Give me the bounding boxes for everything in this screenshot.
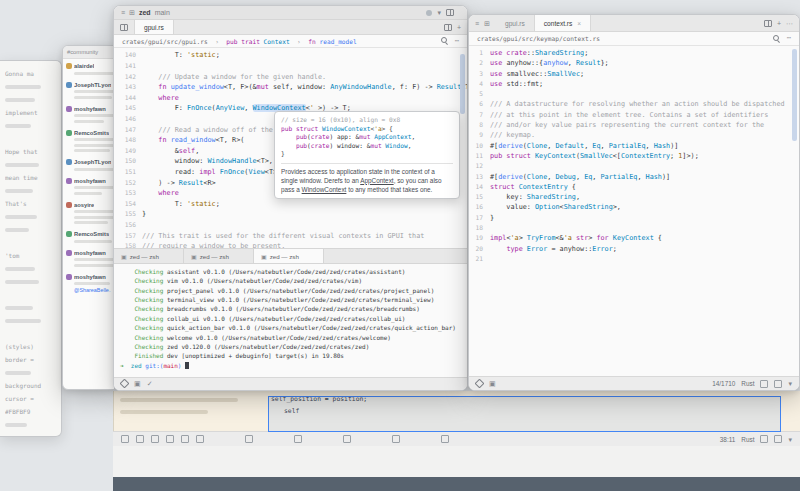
- screen-share-icon[interactable]: [446, 9, 454, 16]
- code-line[interactable]: 12: [469, 161, 799, 171]
- tab-context-rs[interactable]: context.rs ×: [534, 15, 591, 31]
- terminal-line[interactable]: Checking terminal_view v0.1.0 (/Users/na…: [120, 295, 461, 304]
- code-line[interactable]: 157/// This trait is used for the differ…: [114, 231, 467, 242]
- background-text-line[interactable]: [5, 301, 56, 314]
- toolbar-icon[interactable]: [121, 435, 129, 443]
- chat-message[interactable]: moshyfawn@ShareaBelle…: [66, 274, 111, 294]
- code-line[interactable]: 155}: [114, 209, 467, 220]
- chevron-down-icon[interactable]: ▾: [788, 436, 792, 443]
- chevron-down-icon[interactable]: ▾: [788, 380, 792, 387]
- code-line[interactable]: 13#[derive(Clone, Debug, Eq, PartialEq, …: [469, 172, 799, 182]
- popup-code-line[interactable]: pub(crate) window: &mut Window,: [281, 142, 453, 151]
- user-avatar[interactable]: [426, 10, 432, 16]
- more-icon[interactable]: ⋯: [786, 20, 793, 27]
- background-text-line[interactable]: implement: [5, 106, 56, 119]
- editor-context-rs[interactable]: 1use crate::SharedString;2use anyhow::{a…: [469, 46, 799, 368]
- background-text-line[interactable]: Hope that: [5, 145, 56, 158]
- chat-message[interactable]: moshyfawn: [66, 178, 111, 195]
- code-line[interactable]: 144 where: [114, 93, 467, 104]
- terminal-line[interactable]: Checking assistant v0.1.0 (/Users/natebu…: [120, 267, 461, 276]
- grid-icon[interactable]: ⊞: [484, 20, 490, 27]
- popup-code-line[interactable]: pub(crate) app: &mut AppContext,: [281, 133, 453, 142]
- code-line[interactable]: 141: [114, 61, 467, 72]
- terminal-line[interactable]: Checking quick_action_bar v0.1.0 (/Users…: [120, 323, 461, 332]
- zed-logo-icon[interactable]: [475, 379, 485, 389]
- code-line[interactable]: 140 T: 'static;: [114, 50, 467, 61]
- toolbar-icon[interactable]: [294, 435, 302, 443]
- background-text-line[interactable]: [5, 119, 56, 132]
- status-icon[interactable]: [760, 435, 768, 443]
- code-line[interactable]: 142 /// Update a window for the given ha…: [114, 72, 467, 83]
- background-text-line[interactable]: That's: [5, 197, 56, 210]
- terminal-line[interactable]: Checking vim v0.1.0 (/Users/natebutler/C…: [120, 276, 461, 285]
- popup-code-line[interactable]: }: [281, 150, 453, 159]
- code-line[interactable]: 4use std::fmt;: [469, 79, 799, 89]
- background-text-line[interactable]: Gonna ma: [5, 67, 56, 80]
- background-text-line[interactable]: [5, 314, 56, 327]
- new-tab-icon[interactable]: +: [777, 20, 781, 27]
- toolbar-icon[interactable]: [245, 435, 253, 443]
- project-panel-toggle-icon[interactable]: [120, 24, 128, 31]
- chat-message[interactable]: RemcoSmits: [66, 231, 111, 243]
- background-text-line[interactable]: [5, 418, 56, 431]
- terminal-output[interactable]: Checking assistant v0.1.0 (/Users/natebu…: [114, 264, 467, 377]
- terminal-toggle-icon[interactable]: ▣: [134, 380, 141, 387]
- code-line[interactable]: 3use smallvec::SmallVec;: [469, 69, 799, 79]
- chat-message[interactable]: alairdel: [66, 63, 111, 75]
- more-icon[interactable]: ⋯: [787, 35, 791, 42]
- language-selector[interactable]: Rust: [741, 380, 754, 387]
- language-selector[interactable]: Rust: [741, 436, 754, 443]
- background-text-line[interactable]: [5, 223, 56, 236]
- breadcrumb[interactable]: crates/gpui/src/keymap/context.rs ⋯: [469, 32, 799, 46]
- background-text-line[interactable]: [5, 327, 56, 340]
- cursor-position[interactable]: 38:11: [720, 436, 736, 443]
- chat-message[interactable]: RemcoSmits: [66, 130, 111, 153]
- grid-icon[interactable]: ⊞: [129, 9, 135, 16]
- selection-rectangle[interactable]: [268, 396, 781, 432]
- editor-scrollbar[interactable]: [792, 49, 797, 141]
- menu-icon[interactable]: ≡: [121, 9, 125, 16]
- terminal-toggle-icon[interactable]: ▣: [489, 380, 496, 387]
- code-line[interactable]: 7/// at this point in the element tree. …: [469, 110, 799, 120]
- toolbar-icon[interactable]: [151, 435, 159, 443]
- tab-gpui-rs[interactable]: gpui.rs: [496, 15, 534, 31]
- terminal-line[interactable]: Finished dev [unoptimized + debuginfo] t…: [120, 351, 461, 360]
- background-text-line[interactable]: [5, 132, 56, 145]
- popup-code-line[interactable]: // size = 16 (0x10), align = 0x8: [281, 116, 453, 125]
- new-tab-icon[interactable]: +: [457, 24, 461, 31]
- background-text-line[interactable]: [5, 288, 56, 301]
- background-text-line[interactable]: [5, 366, 56, 379]
- code-line[interactable]: 16 value: Option<SharedString>,: [469, 202, 799, 212]
- toolbar-icon[interactable]: [136, 435, 144, 443]
- popup-code-line[interactable]: pub struct WindowContext<'a> {: [281, 125, 453, 134]
- background-text-line[interactable]: [5, 93, 56, 106]
- editor-scrollbar[interactable]: [460, 54, 465, 114]
- more-icon[interactable]: ⋯: [455, 38, 459, 45]
- chevron-down-icon[interactable]: ▾: [437, 9, 441, 16]
- status-icon[interactable]: [760, 380, 768, 388]
- split-pane-icon[interactable]: [764, 20, 772, 27]
- code-line[interactable]: 15 key: SharedString,: [469, 192, 799, 202]
- terminal-line[interactable]: Checking breadcrumbs v0.1.0 (/Users/nate…: [120, 304, 461, 313]
- code-line[interactable]: 2use anyhow::{anyhow, Result};: [469, 58, 799, 68]
- code-line[interactable]: 19impl<'a> TryFrom<&'a str> for KeyConte…: [469, 233, 799, 243]
- background-text-line[interactable]: [5, 158, 56, 171]
- status-icon[interactable]: [774, 435, 782, 443]
- code-line[interactable]: 18: [469, 223, 799, 233]
- toolbar-icon[interactable]: [181, 435, 189, 443]
- menu-icon[interactable]: ≡: [475, 20, 479, 27]
- breadcrumb[interactable]: crates/gpui/src/gpui.rs › pub trait Cont…: [114, 35, 467, 49]
- toolbar-icon[interactable]: [166, 435, 174, 443]
- terminal-line[interactable]: Checking project_panel v0.1.0 (/Users/na…: [120, 286, 461, 295]
- terminal-tab-3[interactable]: ▣ zed — zsh: [254, 249, 324, 262]
- chat-message[interactable]: JosephTLyons: [66, 159, 111, 171]
- code-line[interactable]: 8/// and/or key value pairs representing…: [469, 120, 799, 130]
- cursor-position[interactable]: 14/1710: [712, 380, 735, 387]
- toolbar-icon[interactable]: [196, 435, 204, 443]
- chat-message[interactable]: moshyfawn: [66, 106, 111, 123]
- terminal-line[interactable]: Checking collab_ui v0.1.0 (/Users/natebu…: [120, 314, 461, 323]
- background-text-line[interactable]: [5, 80, 56, 93]
- split-pane-icon[interactable]: [444, 24, 452, 31]
- tab-gpui-rs[interactable]: gpui.rs: [134, 20, 174, 33]
- code-line[interactable]: 9/// keymap.: [469, 130, 799, 140]
